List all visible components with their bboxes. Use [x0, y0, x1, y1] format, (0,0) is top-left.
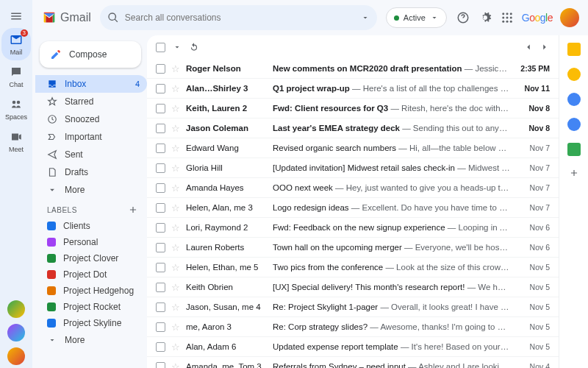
star-icon[interactable]: ☆: [171, 143, 180, 154]
rail-item-mail[interactable]: Mail3: [1, 28, 31, 60]
email-row[interactable]: ☆Helen, Ethan, me 5Two pics from the con…: [147, 258, 559, 277]
row-checkbox[interactable]: [156, 283, 165, 292]
star-icon[interactable]: ☆: [171, 83, 180, 94]
email-row[interactable]: ☆Jason ColemanLast year's EMEA strategy …: [147, 118, 559, 138]
search-input[interactable]: [125, 13, 355, 23]
email-row[interactable]: ☆Gloria Hill[Updated invitation] Midwest…: [147, 158, 559, 178]
star-icon[interactable]: ☆: [171, 342, 180, 353]
status-chip[interactable]: Active: [386, 7, 447, 28]
row-checkbox[interactable]: [156, 183, 165, 193]
label-project-skyline[interactable]: Project Skyline: [35, 315, 147, 331]
logo-text: Gmail: [60, 11, 91, 24]
row-checkbox[interactable]: [156, 144, 165, 153]
row-checkbox[interactable]: [156, 104, 165, 113]
refresh-icon[interactable]: [189, 42, 199, 52]
row-checkbox[interactable]: [156, 124, 165, 133]
gmail-logo[interactable]: Gmail: [41, 10, 91, 26]
star-icon[interactable]: ☆: [171, 202, 180, 213]
keep-icon[interactable]: [567, 68, 581, 81]
star-icon[interactable]: ☆: [171, 262, 180, 273]
tasks-icon[interactable]: [567, 93, 581, 106]
star-icon[interactable]: ☆: [171, 123, 180, 134]
star-icon[interactable]: ☆: [171, 361, 180, 369]
nav-sent[interactable]: Sent: [35, 146, 147, 163]
star-icon[interactable]: ☆: [171, 282, 180, 293]
help-icon[interactable]: [456, 10, 470, 25]
label-personal[interactable]: Personal: [35, 234, 147, 250]
star-icon[interactable]: ☆: [171, 222, 180, 233]
email-row[interactable]: ☆Keith, Lauren 2Fwd: Client resources fo…: [147, 99, 559, 118]
chevron-down-icon: [430, 13, 439, 22]
row-checkbox[interactable]: [156, 163, 165, 173]
label-clients[interactable]: Clients: [35, 218, 147, 234]
email-row[interactable]: ☆Helen, Alan, me 3Logo redesign ideas — …: [147, 198, 559, 218]
select-all-checkbox[interactable]: [156, 43, 165, 52]
email-row[interactable]: ☆Jason, Susan, me 4Re: Project Skylight …: [147, 297, 559, 317]
rail-item-spaces[interactable]: Spaces: [1, 93, 31, 125]
label-project-hedgehog[interactable]: Project Hedgehog: [35, 283, 147, 299]
compose-button[interactable]: Compose: [40, 41, 141, 68]
nav-more[interactable]: More: [35, 181, 147, 199]
apps-icon[interactable]: [500, 10, 514, 25]
star-icon[interactable]: ☆: [171, 163, 180, 174]
account-avatar[interactable]: [560, 8, 579, 27]
chat-avatar[interactable]: [7, 300, 25, 318]
email-row[interactable]: ☆Edward WangRevised organic search numbe…: [147, 138, 559, 158]
subject-line: [UX] Special delivery! This month's rese…: [273, 283, 510, 291]
star-icon[interactable]: ☆: [171, 63, 180, 74]
email-row[interactable]: ☆Lauren RobertsTown hall on the upcoming…: [147, 238, 559, 258]
label-project-dot[interactable]: Project Dot: [35, 266, 147, 283]
email-row[interactable]: ☆Amanda HayesOOO next week — Hey, just w…: [147, 178, 559, 198]
row-checkbox[interactable]: [156, 243, 165, 252]
contacts-icon[interactable]: [567, 118, 581, 131]
email-row[interactable]: ☆Roger NelsonNew comments on MCR2020 dra…: [147, 59, 559, 79]
rail-item-chat[interactable]: Chat: [1, 60, 31, 93]
email-row[interactable]: ☆me, Aaron 3Re: Corp strategy slides? — …: [147, 317, 559, 337]
plus-icon[interactable]: [128, 205, 138, 215]
row-checkbox[interactable]: [156, 203, 165, 213]
star-icon[interactable]: ☆: [171, 302, 180, 313]
chat-avatar[interactable]: [7, 347, 25, 365]
email-row[interactable]: ☆Alan, Adam 6Updated expense report temp…: [147, 337, 559, 357]
row-checkbox[interactable]: [156, 263, 165, 272]
row-checkbox[interactable]: [156, 362, 165, 369]
row-checkbox[interactable]: [156, 302, 165, 312]
chevron-right-icon[interactable]: [539, 42, 550, 52]
subject-line: Two pics from the conference — Look at t…: [273, 263, 510, 272]
rail-item-meet[interactable]: Meet: [1, 125, 31, 158]
star-icon[interactable]: ☆: [171, 322, 180, 333]
nav-inbox[interactable]: Inbox4: [35, 75, 147, 93]
labels-more[interactable]: More: [35, 331, 147, 349]
email-row[interactable]: ☆Amanda, me, Tom 3Referrals from Sydney …: [147, 357, 559, 368]
row-checkbox[interactable]: [156, 322, 165, 332]
chat-avatar[interactable]: [7, 324, 25, 342]
row-checkbox[interactable]: [156, 64, 165, 74]
nav-important[interactable]: Important: [35, 128, 147, 146]
star-icon[interactable]: ☆: [171, 242, 180, 253]
label-project-rocket[interactable]: Project Rocket: [35, 299, 147, 315]
subject-line: Logo redesign ideas — Excellent. Do have…: [273, 203, 510, 212]
chevron-left-icon[interactable]: [523, 42, 534, 52]
nav-drafts[interactable]: Drafts: [35, 163, 147, 181]
search-bar[interactable]: [100, 5, 377, 30]
addons-icon[interactable]: [567, 143, 581, 156]
calendar-icon[interactable]: [567, 43, 581, 56]
row-checkbox[interactable]: [156, 342, 165, 352]
email-row[interactable]: ☆Keith Obrien[UX] Special delivery! This…: [147, 277, 559, 297]
chevron-down-icon[interactable]: [173, 43, 182, 52]
google-logo[interactable]: Google: [522, 12, 553, 24]
email-row[interactable]: ☆Alan…Shirley 3Q1 project wrap-up — Here…: [147, 79, 559, 99]
chevron-down-icon[interactable]: [361, 13, 370, 22]
list-toolbar: [147, 35, 559, 59]
nav-snoozed[interactable]: Snoozed: [35, 110, 147, 128]
email-row[interactable]: ☆Lori, Raymond 2Fwd: Feedback on the new…: [147, 218, 559, 238]
nav-starred[interactable]: Starred: [35, 93, 147, 110]
star-icon[interactable]: ☆: [171, 183, 180, 194]
menu-icon[interactable]: [7, 7, 25, 25]
plus-icon[interactable]: [569, 168, 579, 178]
row-checkbox[interactable]: [156, 223, 165, 233]
label-project-clover[interactable]: Project Clover: [35, 250, 147, 266]
gear-icon[interactable]: [478, 10, 492, 25]
row-checkbox[interactable]: [156, 84, 165, 93]
star-icon[interactable]: ☆: [171, 103, 180, 114]
